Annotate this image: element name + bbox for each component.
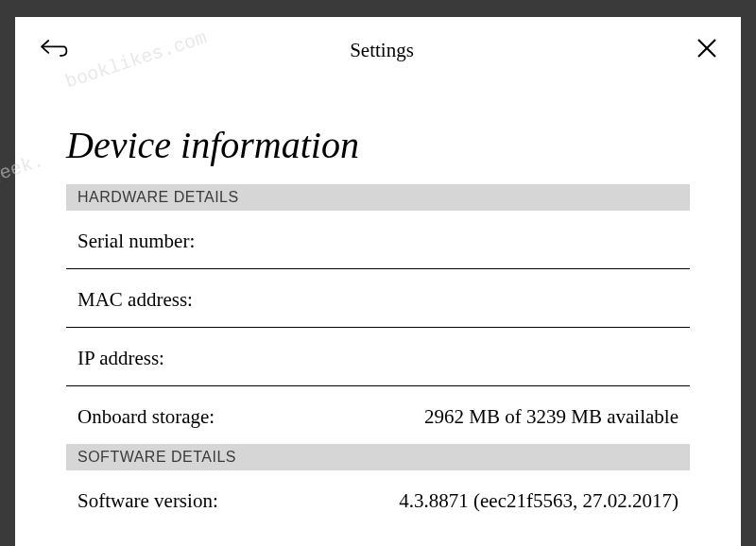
hardware-section-header: HARDWARE DETAILS xyxy=(66,184,690,211)
storage-label: Onboard storage: xyxy=(77,405,215,429)
content-area: Device information HARDWARE DETAILS Seri… xyxy=(15,123,741,528)
storage-row: Onboard storage: 2962 MB of 3239 MB avai… xyxy=(66,386,690,444)
software-version-value: 4.3.8871 (eec21f5563, 27.02.2017) xyxy=(399,489,679,513)
software-version-label: Software version: xyxy=(77,489,218,513)
back-icon[interactable] xyxy=(38,36,68,64)
header-title: Settings xyxy=(350,39,414,62)
page-title: Device information xyxy=(66,123,690,167)
ip-address-row: IP address: xyxy=(66,328,690,386)
software-version-row: Software version: 4.3.8871 (eec21f5563, … xyxy=(66,470,690,528)
serial-number-row: Serial number: xyxy=(66,211,690,269)
close-icon[interactable] xyxy=(696,37,718,63)
settings-window: booklikes.com cubgeek. Settings Device i… xyxy=(15,17,741,546)
serial-number-label: Serial number: xyxy=(77,230,195,253)
storage-value: 2962 MB of 3239 MB available xyxy=(424,405,679,429)
mac-address-row: MAC address: xyxy=(66,269,690,328)
header-bar: Settings xyxy=(15,17,741,77)
ip-address-label: IP address: xyxy=(77,347,164,370)
mac-address-label: MAC address: xyxy=(77,288,193,312)
software-section-header: SOFTWARE DETAILS xyxy=(66,444,690,470)
